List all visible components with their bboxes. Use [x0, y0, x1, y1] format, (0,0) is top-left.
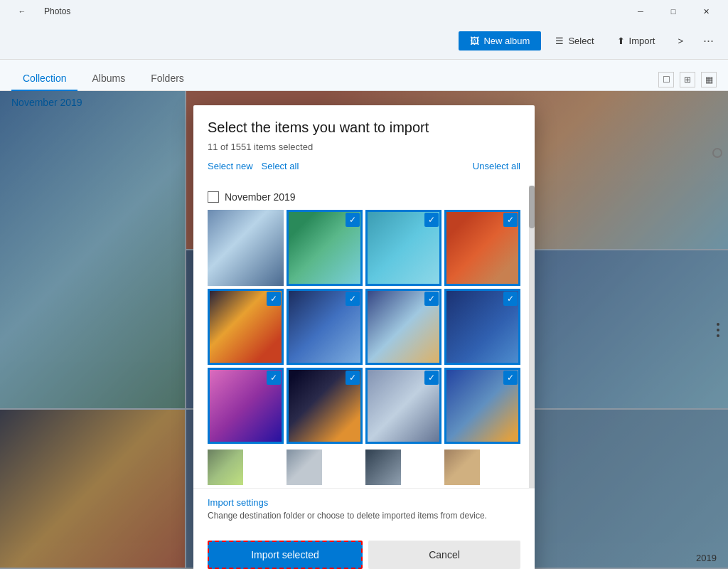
photo-check-6: ✓ — [346, 292, 360, 306]
photo-check-8: ✓ — [503, 292, 518, 306]
tab-collection[interactable]: Collection — [11, 67, 77, 91]
tab-folders[interactable]: Folders — [139, 67, 196, 91]
photo-partial-3[interactable] — [365, 450, 401, 485]
photo-partial-1[interactable] — [208, 450, 243, 485]
photo-item-3[interactable]: ✓ — [365, 210, 441, 286]
back-icon: ← — [18, 7, 26, 16]
import-settings-section: Import settings Change destination folde… — [193, 488, 535, 535]
photo-item-2[interactable]: ✓ — [287, 210, 363, 286]
import-button[interactable]: ⬆ Import — [609, 31, 664, 50]
close-button[interactable]: ✕ — [690, 0, 722, 23]
photo-item-9[interactable]: ✓ — [208, 368, 284, 444]
toolbar: 🖼 New album ☰ Select ⬆ Import > ··· — [0, 23, 728, 60]
unselect-all-link[interactable]: Unselect all — [473, 161, 520, 171]
items-selected-count: 11 of 1551 items selected — [208, 142, 520, 152]
photo-check-11: ✓ — [424, 371, 439, 385]
photo-check-12: ✓ — [503, 371, 518, 385]
photo-check-3: ✓ — [424, 213, 439, 227]
photo-check-4: ✓ — [503, 213, 518, 227]
photo-item-10[interactable]: ✓ — [287, 368, 363, 444]
section-date-label: November 2019 — [225, 191, 296, 203]
photo-partial-2[interactable] — [287, 450, 322, 485]
photo-item-1[interactable] — [208, 210, 284, 286]
titlebar: ← Photos ─ □ ✕ — [0, 0, 728, 23]
view-toggle-group: ☐ ⊞ ▦ — [658, 72, 717, 90]
chevron-button[interactable]: > — [669, 31, 692, 50]
photo-item-4[interactable]: ✓ — [444, 210, 520, 286]
import-selected-button[interactable]: Import selected — [208, 541, 363, 569]
modal-scrollbar-thumb — [529, 186, 535, 228]
titlebar-left: ← Photos — [6, 0, 70, 23]
photo-item-6[interactable]: ✓ — [287, 289, 363, 365]
photo-item-8[interactable]: ✓ — [444, 289, 520, 365]
modal-scroll-area[interactable]: November 2019 ✓ ✓ — [193, 186, 535, 488]
back-button[interactable]: ← — [6, 0, 38, 23]
app-title: Photos — [44, 6, 70, 16]
select-links: Select new Select all — [208, 161, 299, 171]
select-all-link[interactable]: Select all — [262, 161, 299, 171]
photo-item-11[interactable]: ✓ — [365, 368, 441, 444]
photo-check-7: ✓ — [424, 292, 439, 306]
chevron-right-icon: > — [678, 36, 683, 46]
nav-tabs: Collection Albums Folders ☐ ⊞ ▦ — [0, 60, 728, 91]
select-icon: ☰ — [555, 36, 564, 46]
view-grid-button[interactable]: ⊞ — [680, 72, 695, 87]
import-icon: ⬆ — [617, 36, 625, 46]
photo-item-5[interactable]: ✓ — [208, 289, 284, 365]
photo-check-2: ✓ — [346, 213, 360, 227]
modal-scrollbar[interactable] — [529, 186, 535, 488]
photo-grid: ✓ ✓ ✓ ✓ — [208, 210, 520, 444]
modal-footer: Import selected Cancel — [193, 535, 535, 569]
modal-overlay: Select the items you want to import 11 o… — [0, 91, 728, 569]
photo-check-10: ✓ — [346, 371, 360, 385]
import-settings-link[interactable]: Import settings — [208, 497, 520, 508]
new-album-label: New album — [483, 36, 530, 46]
view-square-button[interactable]: ☐ — [658, 72, 674, 87]
modal-header: Select the items you want to import 11 o… — [193, 105, 535, 186]
import-modal: Select the items you want to import 11 o… — [193, 105, 535, 569]
import-label: Import — [629, 36, 655, 46]
photo-partial-4[interactable] — [444, 450, 480, 485]
new-album-button[interactable]: 🖼 New album — [459, 31, 541, 50]
main-content: November 2019 2019 Select the items you … — [0, 91, 728, 569]
photo-item-12[interactable]: ✓ — [444, 368, 520, 444]
maximize-button[interactable]: □ — [657, 0, 690, 23]
photo-check-5: ✓ — [267, 292, 281, 306]
view-list-button[interactable]: ▦ — [701, 72, 717, 87]
section-header: November 2019 — [208, 186, 520, 210]
modal-actions-row: Select new Select all Unselect all — [208, 161, 520, 177]
window-controls: ─ □ ✕ — [624, 0, 722, 23]
new-album-icon: 🖼 — [470, 36, 479, 46]
minimize-button[interactable]: ─ — [624, 0, 657, 23]
tab-albums[interactable]: Albums — [80, 67, 136, 91]
modal-title: Select the items you want to import — [208, 119, 520, 136]
cancel-button[interactable]: Cancel — [368, 541, 520, 569]
photo-check-9: ✓ — [267, 371, 281, 385]
select-new-link[interactable]: Select new — [208, 161, 253, 171]
select-button[interactable]: ☰ Select — [547, 31, 602, 50]
select-label: Select — [568, 36, 594, 46]
photo-grid-partial — [208, 450, 520, 485]
import-settings-desc: Change destination folder or choose to d… — [208, 511, 520, 521]
more-options-button[interactable]: ··· — [697, 33, 719, 48]
section-checkbox[interactable] — [208, 191, 219, 203]
photo-thumb-1 — [208, 210, 284, 286]
photo-item-7[interactable]: ✓ — [365, 289, 441, 365]
